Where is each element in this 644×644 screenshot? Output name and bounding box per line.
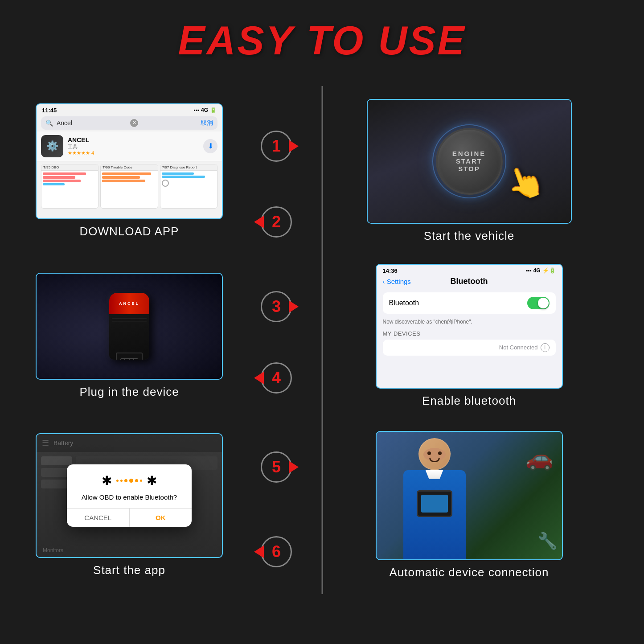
dialog-panel: ☰ Battery <box>36 433 223 558</box>
step-4-right-cell: 14:36 ▪▪▪ 4G ⚡🔋 ‹ Settings Bluetooth <box>321 255 617 416</box>
status-bar: 11:45 ▪▪▪ 4G 🔋 <box>37 104 222 115</box>
clear-icon[interactable]: ✕ <box>130 119 138 127</box>
step-3-number: 3 <box>272 297 281 316</box>
bt-time: 14:36 <box>383 267 398 274</box>
download-button[interactable]: ⬇ <box>203 139 217 153</box>
bt-back-chevron: ‹ <box>383 278 387 285</box>
content-area: 11:45 ▪▪▪ 4G 🔋 🔍 Ancel ✕ 取消 ⚙️ <box>27 86 617 594</box>
step-6-node: 6 <box>261 536 292 567</box>
timeline-line <box>321 86 323 594</box>
center-cell-3: 5 6 <box>232 416 321 594</box>
not-connected-text: Not Connected <box>499 344 538 351</box>
step-2-circle: 2 <box>261 206 292 238</box>
app-info: ANCEL 工具 ★★★★★ 4 <box>68 136 199 156</box>
mini-ss-content-3 <box>160 171 217 208</box>
step-2-node: 2 <box>261 206 292 238</box>
mini-screenshot-2: T/96 Trouble Code <box>100 164 158 209</box>
network-type: 4G <box>201 107 208 113</box>
dot-4 <box>129 479 133 483</box>
step-6-number: 6 <box>272 542 281 561</box>
step-2-arrow <box>254 216 264 228</box>
download-icon: ⬇ <box>208 142 213 150</box>
step-2-label: Start the vehicle <box>424 229 514 243</box>
step-1-node: 1 <box>261 131 292 162</box>
monitors-label: Monitors <box>37 544 222 557</box>
app-entry[interactable]: ⚙️ ANCEL 工具 ★★★★★ 4 ⬇ <box>37 131 222 161</box>
bluetooth-toggle[interactable] <box>527 297 550 309</box>
dialog-dots <box>116 479 142 483</box>
app-store-panel: 11:45 ▪▪▪ 4G 🔋 🔍 Ancel ✕ 取消 ⚙️ <box>36 103 223 219</box>
bg-menu-icon: ☰ <box>42 438 49 448</box>
step-1-arrow <box>289 140 299 152</box>
step-4-circle: 4 <box>261 362 292 394</box>
dot-6 <box>140 480 142 482</box>
step-5-node: 5 <box>261 451 292 483</box>
dialog-cancel-button[interactable]: CANCEL <box>67 509 130 527</box>
bluetooth-dialog: ✱ ✱ Allow OBD to enable Bluetooth? <box>67 464 192 527</box>
mini-screenshot-1: T/95 DBO <box>41 164 98 209</box>
bg-mechanic2-icon: 🔧 <box>537 532 558 550</box>
mini-screenshots: T/95 DBO T/96 Trouble Code <box>37 161 222 211</box>
status-right: ▪▪▪ 4G 🔋 <box>193 107 217 113</box>
bt-nav: ‹ Settings Bluetooth <box>377 275 562 290</box>
app-name: ANCEL <box>68 136 199 144</box>
dialog-bluetooth-icon-2: ✱ <box>147 473 157 488</box>
step-1-label: DOWNLOAD APP <box>80 225 179 238</box>
mechanic-figure <box>403 438 466 559</box>
mini-ss-header-3: 7/97 Diagnose Report <box>160 164 217 171</box>
bg-battery-text: Battery <box>53 439 73 447</box>
step-5-circle: 5 <box>261 451 292 483</box>
step-5-left-cell: ☰ Battery <box>27 416 232 594</box>
bt-status-right: ▪▪▪ 4G ⚡🔋 <box>526 267 556 274</box>
dot-2 <box>120 480 123 482</box>
main-title: EASY TO USE <box>178 18 466 64</box>
search-icon: 🔍 <box>45 119 53 127</box>
mechanic-head <box>418 438 451 470</box>
mini-ss-header-2: T/96 Trouble Code <box>101 164 157 171</box>
dialog-ok-button[interactable]: OK <box>130 509 192 527</box>
dialog-bluetooth-icon: ✱ <box>102 473 112 488</box>
bg-header: ☰ Battery <box>37 434 222 452</box>
dot-1 <box>116 480 119 482</box>
bt-signal: ▪▪▪ <box>526 267 532 274</box>
bt-row: Bluetooth <box>383 292 556 314</box>
step-3-arrow <box>289 300 299 313</box>
app-stars: ★★★★★ 4 <box>68 150 199 156</box>
step-6-arrow <box>254 546 264 558</box>
mini-screenshot-3: 7/97 Diagnose Report <box>160 164 217 209</box>
obd-device: ANCEL <box>109 293 149 360</box>
step-1-circle: 1 <box>261 131 292 162</box>
search-text: Ancel <box>57 119 72 127</box>
dot-3 <box>124 479 127 482</box>
bt-back-button[interactable]: ‹ Settings <box>383 278 411 285</box>
info-icon[interactable]: ⅰ <box>541 343 550 352</box>
time-display: 11:45 <box>42 107 57 114</box>
obd-brand-label: ANCEL <box>119 301 139 306</box>
step-5-arrow <box>289 461 299 473</box>
engine-start-button[interactable]: ENGINE START STOP <box>436 128 503 195</box>
not-connected-row: Not Connected ⅰ <box>383 340 556 356</box>
dialog-icon-row: ✱ ✱ <box>78 473 181 488</box>
step-1-number: 1 <box>272 137 281 156</box>
signal-icon: ▪▪▪ <box>193 107 199 113</box>
mechanic-panel: 🚗 🔧 <box>376 431 563 560</box>
search-bar[interactable]: 🔍 Ancel ✕ 取消 <box>41 116 217 130</box>
engine-panel: ENGINE START STOP 👆 <box>367 99 572 224</box>
bt-battery: ⚡🔋 <box>542 267 556 274</box>
cancel-button[interactable]: 取消 <box>196 119 213 127</box>
step-3-circle: 3 <box>261 291 292 322</box>
bt-status-bar: 14:36 ▪▪▪ 4G ⚡🔋 <box>377 265 562 275</box>
tablet-icon <box>417 490 452 517</box>
bt-nav-title: Bluetooth <box>451 277 488 286</box>
bt-discoverable-text: Now discoverable as "chen的iPhone". <box>377 316 562 328</box>
mini-ss-content-2 <box>101 171 157 208</box>
bluetooth-panel: 14:36 ▪▪▪ 4G ⚡🔋 ‹ Settings Bluetooth <box>376 264 563 389</box>
step-4-label: Enable bluetooth <box>422 394 516 408</box>
step-6-right-cell: 🚗 🔧 Automatic device connection <box>321 416 617 594</box>
step-3-left-cell: ANCEL <box>27 255 232 416</box>
step-6-label: Automatic device connection <box>390 566 549 579</box>
battery-icon: 🔋 <box>210 107 217 113</box>
step-1-left-cell: 11:45 ▪▪▪ 4G 🔋 🔍 Ancel ✕ 取消 ⚙️ <box>27 86 232 255</box>
step-5-number: 5 <box>272 458 281 476</box>
center-cell-2: 3 4 <box>232 255 321 416</box>
